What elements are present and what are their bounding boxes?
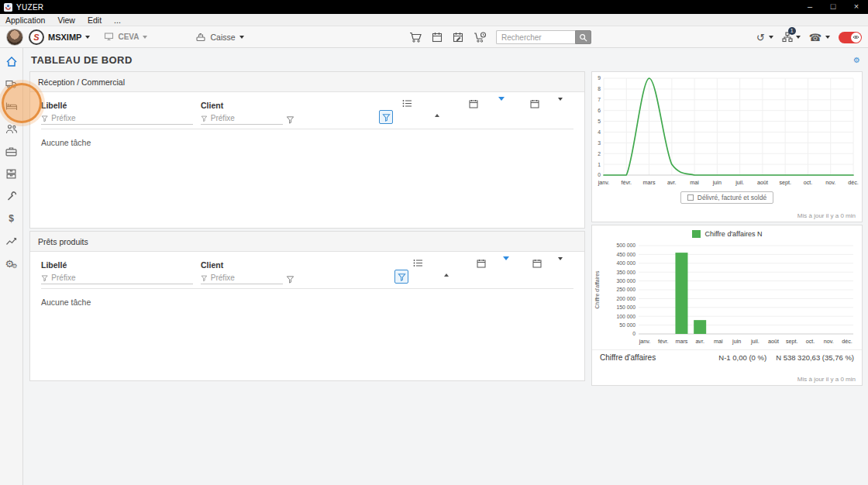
minimize-button[interactable]: – <box>798 0 822 14</box>
packages-icon <box>5 169 17 179</box>
filter-client-input[interactable] <box>211 273 283 282</box>
dashboard-settings-icon[interactable]: ⚙ <box>853 56 860 64</box>
date-column-icon[interactable] <box>469 99 478 108</box>
visibility-toggle[interactable] <box>839 32 862 43</box>
filter-dropdown-icon[interactable] <box>503 260 509 274</box>
column-header-libelle[interactable]: Libellé <box>41 101 67 110</box>
menu-view[interactable]: View <box>57 15 75 25</box>
filter-dropdown-icon[interactable] <box>498 101 505 115</box>
dollar-icon: $ <box>9 214 14 223</box>
maximize-button[interactable]: □ <box>822 0 845 14</box>
cart-button[interactable] <box>409 32 422 43</box>
panel-header: Réception / Commercial <box>30 72 584 92</box>
filter-funnel-active-button[interactable] <box>379 110 393 124</box>
svg-text:mai: mai <box>690 179 699 186</box>
revenue-footer-label: Chiffre d'affaires <box>600 353 656 362</box>
svg-text:avr.: avr. <box>667 179 677 186</box>
legend-checkbox <box>687 194 694 201</box>
filter-client-input[interactable] <box>211 114 283 122</box>
funnel-icon <box>201 274 208 282</box>
menu-edit[interactable]: Edit <box>88 15 102 25</box>
column-header-libelle[interactable]: Libellé <box>41 260 67 270</box>
svg-text:300 000: 300 000 <box>616 278 636 284</box>
company-selector[interactable]: CEVA <box>104 33 147 41</box>
group-list-icon[interactable] <box>402 99 412 108</box>
avatar[interactable] <box>6 29 23 46</box>
column-header-client[interactable]: Client <box>201 101 223 110</box>
divider <box>41 129 574 129</box>
legend-toggle[interactable]: Délivré, facturé et soldé <box>680 191 773 204</box>
sidebar-item-home[interactable] <box>3 55 20 67</box>
filter-funnel-button[interactable] <box>286 275 294 284</box>
column-header-client[interactable]: Client <box>201 260 223 270</box>
toolbar: S MSXIMP CEVA Caisse <box>0 26 868 48</box>
search-button[interactable] <box>575 30 591 44</box>
register-selector[interactable]: Caisse <box>195 33 243 42</box>
phone-button[interactable]: ☎ <box>809 33 830 43</box>
svg-text:7: 7 <box>598 97 601 102</box>
svg-text:150 000: 150 000 <box>616 304 636 310</box>
svg-text:mai: mai <box>714 338 723 345</box>
filter-funnel-active-button[interactable] <box>394 270 408 284</box>
history-button[interactable]: ↺ <box>756 33 773 43</box>
briefcase-icon <box>5 146 17 157</box>
chevron-down-icon <box>825 36 830 39</box>
svg-text:févr.: févr. <box>658 338 669 345</box>
sort-asc-icon[interactable] <box>444 260 449 274</box>
sidebar-item-tools[interactable] <box>3 190 20 202</box>
home-icon <box>5 56 18 67</box>
svg-text:250 000: 250 000 <box>616 287 636 292</box>
collapse-icon[interactable] <box>558 260 563 274</box>
panel-header: Prêts produits <box>30 232 584 252</box>
sidebar-item-delivery[interactable] <box>3 77 20 90</box>
main-area: TABLEAU DE BORD ⚙ Réception / Commercial… <box>23 48 868 485</box>
date-column-icon-2[interactable] <box>530 99 539 108</box>
svg-text:1: 1 <box>598 162 601 167</box>
filter-libelle <box>41 273 193 284</box>
revenue-n1: N-1 0,00 (0 %) <box>718 353 766 362</box>
sort-asc-icon[interactable] <box>435 101 439 115</box>
revenue-n: N 538 320,63 (35,76 %) <box>776 353 854 362</box>
filter-libelle-input[interactable] <box>51 273 193 282</box>
svg-text:5: 5 <box>598 119 601 124</box>
date-column-icon-2[interactable] <box>532 259 542 268</box>
sidebar-item-stats[interactable] <box>3 235 20 247</box>
funnel-icon <box>41 274 48 282</box>
svg-text:févr.: févr. <box>621 179 632 186</box>
app-logo-icon <box>4 3 12 12</box>
menu-more[interactable]: ... <box>114 15 121 25</box>
sites-button[interactable]: 1 <box>782 32 801 43</box>
menu-application[interactable]: Application <box>5 15 45 25</box>
calendar-button[interactable] <box>432 32 443 43</box>
sidebar-item-briefcase[interactable] <box>3 145 20 157</box>
svg-text:50 000: 50 000 <box>619 322 636 328</box>
users-icon <box>5 124 18 134</box>
phone-icon: ☎ <box>809 33 822 43</box>
collapse-icon[interactable] <box>558 101 563 115</box>
filter-funnel-button[interactable] <box>286 115 294 124</box>
svg-text:Chiffre d'affaires: Chiffre d'affaires <box>594 270 600 309</box>
calendar-edit-button[interactable] <box>453 32 463 43</box>
filter-libelle-input[interactable] <box>51 114 193 122</box>
eye-icon <box>852 35 859 40</box>
sidebar-item-clients[interactable] <box>3 122 20 135</box>
date-column-icon[interactable] <box>477 259 486 268</box>
history-icon: ↺ <box>756 33 765 43</box>
sidebar-item-stock[interactable] <box>3 167 20 180</box>
sidebar-item-billing[interactable]: $ <box>3 212 20 225</box>
empty-state-text: Aucune tâche <box>41 298 91 307</box>
panel-prets-produits: Prêts produits Libellé Client <box>29 231 585 381</box>
cart-history-button[interactable] <box>474 32 487 43</box>
group-list-icon[interactable] <box>413 259 423 267</box>
search-input[interactable] <box>496 30 575 44</box>
funnel-icon <box>201 115 208 122</box>
sidebar-item-hospitalization[interactable] <box>3 100 20 112</box>
svg-text:6: 6 <box>598 108 601 113</box>
svg-text:2: 2 <box>598 151 601 157</box>
funnel-icon <box>41 115 48 122</box>
page-title: TABLEAU DE BORD <box>31 54 133 66</box>
sidebar-item-settings[interactable]: ⚙ ⚙ <box>3 257 20 270</box>
close-button[interactable]: × <box>845 0 868 14</box>
brand-selector[interactable]: S MSXIMP <box>29 29 90 45</box>
svg-text:juil.: juil. <box>735 179 744 186</box>
